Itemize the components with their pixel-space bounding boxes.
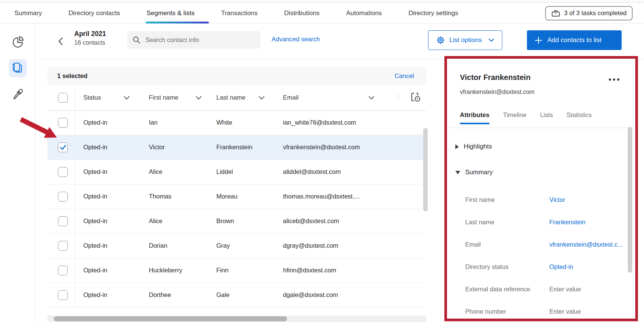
sidebar-item-sampling[interactable] — [9, 85, 27, 103]
horizontal-scrollbar-thumb[interactable] — [54, 316, 287, 321]
eyedropper-icon — [12, 88, 23, 100]
cell-status: Opted-in — [83, 193, 107, 200]
field-value-link[interactable]: Opted-in — [549, 263, 573, 270]
column-header-truncated: E — [397, 94, 401, 101]
column-header-first-name[interactable]: First name — [149, 94, 178, 101]
panel-tabs-divider — [449, 128, 634, 128]
field-value-placeholder[interactable]: Enter value — [549, 308, 581, 315]
chevron-left-icon — [58, 37, 63, 45]
gear-icon — [436, 36, 445, 45]
table-row[interactable]: Opted-in Dorthee Gale dgale@dsxtest.com — [47, 283, 426, 308]
cell-email: dgale@dsxtest.com — [283, 291, 338, 299]
cell-email: thomas.moreau@dsxtest.... — [283, 193, 360, 200]
search-input[interactable]: Search contact info — [127, 31, 261, 48]
cell-last-name: Gray — [216, 242, 230, 249]
chevron-down-icon[interactable] — [195, 96, 202, 100]
row-checkbox[interactable] — [58, 167, 68, 177]
horizontal-scrollbar[interactable] — [47, 316, 426, 322]
field-value-link[interactable]: vfrankenstein@dsxtest.c... — [549, 241, 623, 248]
panel-tab-lists[interactable]: Lists — [540, 111, 553, 124]
field-external-data-reference: External data reference Enter value — [465, 284, 620, 294]
chevron-down-icon[interactable] — [123, 96, 130, 100]
field-phone-number: Phone number Enter value — [465, 306, 620, 317]
table-row[interactable]: Opted-in Alice Liddel aliddel@dsxtest.co… — [47, 160, 426, 184]
table-row[interactable]: Opted-in Ian White ian_white76@dsxtest.c… — [47, 111, 426, 135]
column-header-last-name[interactable]: Last name — [216, 94, 245, 101]
selection-bar: 1 selected Cancel — [47, 67, 426, 85]
cell-last-name: Frankenstein — [216, 144, 252, 151]
column-header-email[interactable]: Email — [283, 94, 299, 101]
row-checkbox[interactable] — [58, 266, 68, 275]
tab-automations[interactable]: Automations — [346, 3, 382, 23]
advanced-search-link[interactable]: Advanced search — [272, 36, 320, 43]
cancel-selection-link[interactable]: Cancel — [395, 72, 414, 80]
list-options-label: List options — [449, 36, 482, 44]
cell-first-name: Alice — [149, 217, 163, 225]
field-label: First name — [465, 196, 549, 203]
column-header-status[interactable]: Status — [83, 94, 101, 101]
select-all-checkbox[interactable] — [58, 93, 68, 103]
cell-first-name: Dorian — [149, 242, 167, 249]
cell-email: vfrankenstein@dsxtest.com — [283, 144, 360, 151]
row-checkbox[interactable] — [58, 290, 68, 300]
chevron-down-icon[interactable] — [368, 96, 375, 100]
tab-directory-contacts[interactable]: Directory contacts — [69, 3, 120, 23]
section-highlights[interactable]: Highlights — [455, 143, 492, 150]
column-preview-icon[interactable] — [410, 92, 422, 104]
contact-count: 16 contacts — [74, 39, 106, 46]
panel-tab-timeline[interactable]: Timeline — [503, 111, 527, 124]
field-value-link[interactable]: Frankenstein — [549, 219, 585, 226]
sidebar-item-reports[interactable] — [9, 33, 27, 52]
tasks-completed-badge[interactable]: 3 of 3 tasks completed — [545, 6, 633, 20]
table-row[interactable]: Opted-in Dorian Gray dgray@dsxtest.com — [47, 234, 426, 258]
cell-first-name: Alice — [149, 168, 163, 175]
contact-email: vfrankenstein@dsxtest.com — [460, 89, 535, 95]
add-contacts-label: Add contacts to list — [547, 36, 602, 44]
vertical-scrollbar-thumb[interactable] — [423, 128, 428, 211]
chevron-down-icon[interactable] — [258, 96, 265, 100]
row-checkbox[interactable] — [58, 192, 68, 202]
sidebar-item-contact-lists[interactable] — [9, 59, 27, 77]
back-button[interactable] — [55, 36, 65, 47]
table-header-row: Status First name Last name Email E — [47, 85, 426, 111]
field-label: Email — [465, 241, 549, 248]
add-contacts-to-list-button[interactable]: Add contacts to list — [527, 30, 622, 50]
cell-status: Opted-in — [83, 119, 107, 126]
tasks-badge-label: 3 of 3 tasks completed — [564, 9, 627, 17]
contact-name: Victor Frankenstein — [460, 73, 530, 82]
panel-scrollbar-thumb[interactable] — [628, 127, 632, 273]
field-value-link[interactable]: Victor — [549, 196, 565, 203]
cell-first-name: Victor — [149, 144, 165, 151]
cell-email: ian_white76@dsxtest.com — [283, 119, 356, 126]
table-row[interactable]: Opted-in Alice Brown aliceb@dsxtest.com — [47, 209, 426, 234]
ellipsis-menu-icon[interactable] — [607, 77, 621, 82]
field-label: External data reference — [465, 286, 549, 293]
cell-first-name: Ian — [149, 119, 158, 126]
row-checkbox-checked[interactable] — [58, 142, 68, 152]
chevron-down-icon — [488, 38, 494, 42]
row-checkbox[interactable] — [58, 241, 68, 251]
tab-summary[interactable]: Summary — [14, 3, 42, 23]
tab-transactions[interactable]: Transactions — [221, 3, 258, 23]
cell-last-name: Moreau — [216, 193, 238, 200]
list-title: April 2021 — [74, 30, 106, 38]
tab-distributions[interactable]: Distributions — [284, 3, 320, 23]
tab-segments-and-lists[interactable]: Segments & lists — [147, 3, 195, 23]
row-checkbox[interactable] — [58, 216, 68, 226]
checkbox-column-divider — [75, 85, 75, 308]
nav-tabs: Summary Directory contacts Segments & li… — [14, 3, 458, 23]
table-row-selected[interactable]: Opted-in Victor Frankenstein vfrankenste… — [47, 135, 426, 160]
tab-directory-settings[interactable]: Directory settings — [408, 3, 458, 23]
window-top-strip — [0, 0, 644, 3]
contact-lists-icon — [11, 62, 24, 75]
table-row[interactable]: Opted-in Thomas Moreau thomas.moreau@dsx… — [47, 184, 426, 209]
field-value-placeholder[interactable]: Enter value — [549, 286, 581, 293]
table-row[interactable]: Opted-in Huckleberry Finn hfinn@dsxtest.… — [47, 258, 426, 283]
cell-first-name: Thomas — [149, 193, 172, 200]
panel-tab-statistics[interactable]: Statistics — [567, 111, 592, 124]
row-checkbox[interactable] — [58, 118, 68, 128]
section-summary[interactable]: Summary — [455, 169, 493, 176]
cell-status: Opted-in — [83, 217, 107, 225]
list-options-button[interactable]: List options — [428, 30, 502, 50]
panel-tab-attributes[interactable]: Attributes — [460, 111, 489, 124]
